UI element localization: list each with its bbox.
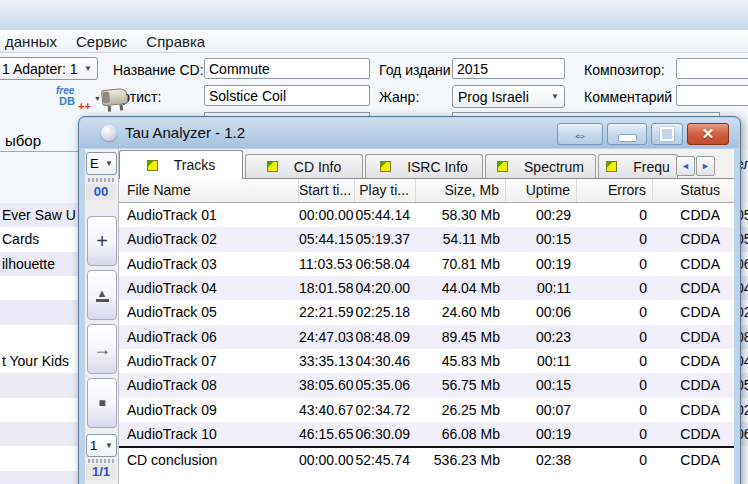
- cell-status: CDDA: [653, 203, 734, 227]
- table-row[interactable]: AudioTrack 02 05:44.15 05:19.37 54.11 Mb…: [119, 227, 734, 251]
- cell-start-time: 22:21.59: [299, 300, 355, 324]
- list-item[interactable]: Cards: [0, 227, 80, 251]
- table-row[interactable]: AudioTrack 06 24:47.03 08:48.09 89.45 Mb…: [119, 325, 734, 349]
- page-select[interactable]: 1 ▼: [86, 434, 117, 457]
- genre-value: Prog Israeli: [458, 89, 529, 105]
- tab[interactable]: CD Info: [245, 154, 363, 178]
- column-header[interactable]: Start ti...: [299, 179, 355, 202]
- column-header[interactable]: Status: [653, 179, 734, 202]
- composer-label: Композитор:: [584, 62, 665, 78]
- genre-select[interactable]: Prog Israeli ▼: [452, 85, 565, 108]
- tab[interactable]: Frequ: [598, 154, 678, 178]
- column-header[interactable]: Size, Mb: [416, 179, 506, 202]
- list-item[interactable]: [0, 471, 80, 484]
- list-item-label: ilhouette: [2, 256, 55, 272]
- cell-play-time: 02:34.72: [355, 398, 416, 422]
- resize-button[interactable]: ⇔: [557, 123, 603, 145]
- summary-row[interactable]: CD conclusion 00:00.00 52:45.74 536.23 M…: [119, 448, 734, 472]
- cell-file-name: AudioTrack 10: [119, 422, 299, 446]
- table-row[interactable]: AudioTrack 07 33:35.13 04:30.46 45.83 Mb…: [119, 349, 734, 373]
- column-header[interactable]: File Name: [119, 179, 299, 202]
- cell-size: 54.11 Mb: [416, 227, 506, 251]
- table-row[interactable]: AudioTrack 03 11:03.53 06:58.04 70.81 Mb…: [119, 252, 734, 276]
- close-button[interactable]: ✕: [687, 123, 729, 145]
- tab-icon: [497, 161, 508, 172]
- artist-input[interactable]: [204, 85, 370, 106]
- list-item[interactable]: [0, 398, 80, 422]
- mailbox-icon[interactable]: [99, 86, 132, 115]
- table-row[interactable]: AudioTrack 10 46:15.65 06:30.09 66.08 Mb…: [119, 422, 734, 446]
- tab-bar: Tracks CD Info ISRC Info Spectrum Frequ: [119, 149, 734, 179]
- cell-errors: 0: [577, 349, 653, 373]
- cell-status: CDDA: [653, 252, 734, 276]
- table-row[interactable]: AudioTrack 09 43:40.67 02:34.72 26.25 Mb…: [119, 398, 734, 422]
- menu-item[interactable]: Сервис: [74, 32, 129, 51]
- tab-scroll-left-button[interactable]: ◄: [676, 156, 695, 176]
- cell-start-time: 24:47.03: [299, 325, 355, 349]
- cell-play-time: 06:30.09: [355, 422, 416, 446]
- selection-tab-fragment[interactable]: ыбор: [5, 132, 41, 149]
- tab[interactable]: Spectrum: [485, 154, 596, 178]
- list-item-label: Ever Saw U: [2, 207, 76, 223]
- column-header[interactable]: Play ti...: [355, 179, 416, 202]
- cell-file-name: AudioTrack 07: [119, 349, 299, 373]
- table-body: AudioTrack 01 00:00.00 05:44.14 58.30 Mb…: [119, 203, 734, 446]
- toolbar-button[interactable]: →: [87, 324, 117, 374]
- composer-input[interactable]: [676, 58, 748, 79]
- list-item[interactable]: [0, 300, 80, 324]
- list-item[interactable]: ilhouette: [0, 252, 80, 276]
- dropdown-icon: ▼: [551, 92, 559, 101]
- window-chrome-gradient: [0, 0, 748, 30]
- list-item[interactable]: [0, 325, 80, 349]
- close-icon: ✕: [702, 125, 715, 143]
- list-item[interactable]: t Your Kids: [0, 349, 80, 373]
- list-item[interactable]: [0, 446, 80, 470]
- cd-title-input[interactable]: [204, 58, 370, 79]
- table-header[interactable]: File NameStart ti...Play ti...Size, MbUp…: [119, 179, 734, 203]
- table-row[interactable]: AudioTrack 08 38:05.60 05:35.06 56.75 Mb…: [119, 373, 734, 397]
- column-header[interactable]: Uptime: [506, 179, 577, 202]
- list-item[interactable]: Ever Saw U: [0, 203, 80, 227]
- cell-status: CDDA: [653, 398, 734, 422]
- tab-label: Tracks: [174, 157, 215, 173]
- tab-label: ISRC Info: [407, 159, 468, 175]
- list-item[interactable]: [0, 373, 80, 397]
- menu-item[interactable]: данных: [3, 32, 59, 51]
- drive-value: E: [90, 156, 99, 171]
- minimize-button[interactable]: [607, 123, 647, 145]
- tab[interactable]: Tracks: [119, 150, 243, 179]
- drive-select[interactable]: E ▼: [86, 152, 117, 175]
- cell-uptime: 00:19: [506, 422, 577, 446]
- column-header[interactable]: Errors: [577, 179, 653, 202]
- comment-input[interactable]: [676, 85, 748, 106]
- table-row[interactable]: AudioTrack 01 00:00.00 05:44.14 58.30 Mb…: [119, 203, 734, 227]
- cell-start-time: 00:00.00: [299, 448, 355, 472]
- cell-start-time: 38:05.60: [299, 373, 355, 397]
- cell-size: 24.60 Mb: [416, 300, 506, 324]
- cell-uptime: 00:19: [506, 252, 577, 276]
- comment-label: Комментарий: [584, 89, 672, 105]
- tab-scroll-right-button[interactable]: ►: [696, 156, 715, 176]
- micro-label: [88, 178, 115, 182]
- toolbar-button[interactable]: ▲: [87, 270, 117, 320]
- toolbar-button[interactable]: +: [87, 216, 117, 266]
- freedb-button[interactable]: free DB ++ ▼: [56, 86, 100, 116]
- year-input[interactable]: [452, 58, 565, 79]
- table-row[interactable]: AudioTrack 04 18:01.58 04:20.00 44.04 Mb…: [119, 276, 734, 300]
- dialog-titlebar[interactable]: Tau Analyzer - 1.2 ⇔ ✕: [80, 118, 739, 148]
- menu-item[interactable]: Справка: [144, 32, 207, 51]
- side-toolbar: E ▼ 00 + ▲ → ■ 1: [85, 149, 119, 484]
- cell-errors: 0: [577, 448, 653, 472]
- adapter-select[interactable]: 1 Adapter: 1 ▼: [0, 57, 98, 80]
- tab[interactable]: ISRC Info: [365, 154, 483, 178]
- maximize-button[interactable]: [651, 123, 683, 145]
- arrow-right-icon: ►: [701, 161, 710, 171]
- toolbar-button[interactable]: ■: [87, 378, 117, 428]
- table-row[interactable]: AudioTrack 05 22:21.59 02:25.18 24.60 Mb…: [119, 300, 734, 324]
- cell-play-time: 04:20.00: [355, 276, 416, 300]
- list-item[interactable]: [0, 276, 80, 300]
- list-item[interactable]: [0, 422, 80, 446]
- cell-play-time: 52:45.74: [355, 448, 416, 472]
- cell-uptime: 00:15: [506, 373, 577, 397]
- freedb-plus: ++: [78, 101, 91, 111]
